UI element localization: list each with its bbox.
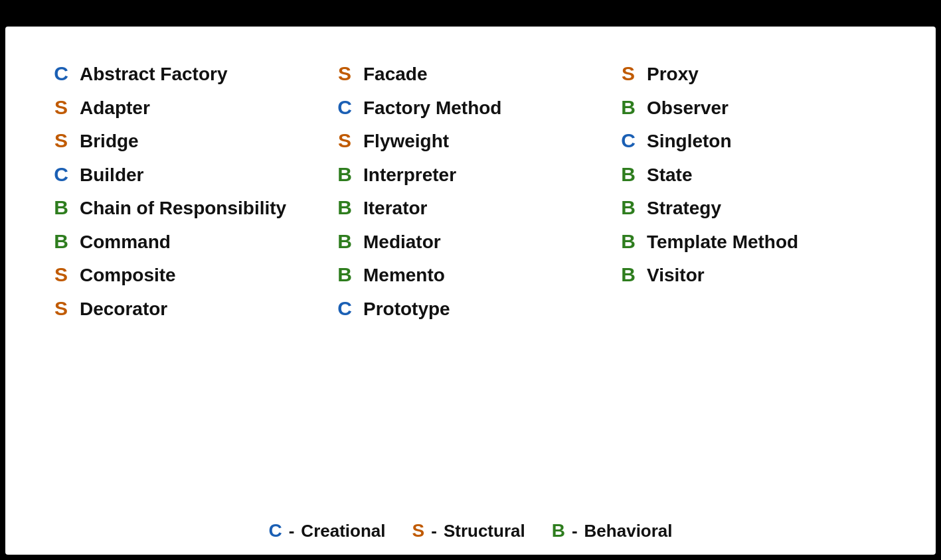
legend: C - CreationalS - StructuralB - Behavior… bbox=[268, 520, 672, 541]
list-item: CPrototype bbox=[335, 293, 606, 324]
legend-item-structural: S - Structural bbox=[412, 520, 525, 541]
pattern-type-badge: S bbox=[52, 259, 70, 291]
pattern-name: Builder bbox=[80, 161, 143, 189]
pattern-type-badge: C bbox=[52, 58, 70, 90]
list-item: SDecorator bbox=[52, 293, 322, 324]
list-item: SBridge bbox=[52, 125, 322, 157]
pattern-column-col1: CAbstract FactorySAdapterSBridgeCBuilder… bbox=[45, 58, 329, 508]
pattern-name: Iterator bbox=[363, 194, 427, 222]
list-item: BChain of Responsibility bbox=[52, 192, 322, 224]
list-item: BMediator bbox=[335, 226, 606, 257]
legend-letter: S bbox=[412, 520, 425, 541]
pattern-name: Flyweight bbox=[363, 127, 449, 155]
pattern-type-badge: S bbox=[52, 92, 70, 123]
list-item: BVisitor bbox=[619, 259, 889, 291]
list-item: SFacade bbox=[335, 58, 606, 90]
pattern-name: Facade bbox=[363, 60, 428, 88]
list-item: BInterpreter bbox=[335, 159, 606, 190]
pattern-type-badge: B bbox=[335, 192, 354, 224]
pattern-type-badge: B bbox=[619, 192, 638, 224]
list-item: BState bbox=[619, 159, 889, 190]
header bbox=[0, 0, 941, 27]
pattern-name: Command bbox=[80, 228, 171, 256]
list-item: SFlyweight bbox=[335, 125, 606, 157]
pattern-type-badge: B bbox=[335, 159, 354, 190]
pattern-name: Abstract Factory bbox=[80, 60, 228, 88]
pattern-type-badge: B bbox=[619, 259, 638, 291]
pattern-column-col2: SFacadeCFactory MethodSFlyweightBInterpr… bbox=[329, 58, 612, 508]
patterns-grid: CAbstract FactorySAdapterSBridgeCBuilder… bbox=[45, 58, 896, 508]
pattern-name: Strategy bbox=[647, 194, 721, 222]
pattern-name: Proxy bbox=[647, 60, 699, 88]
pattern-type-badge: S bbox=[335, 125, 354, 157]
legend-item-behavioral: B - Behavioral bbox=[552, 520, 673, 541]
pattern-name: Template Method bbox=[647, 228, 798, 256]
pattern-type-badge: B bbox=[52, 192, 70, 224]
pattern-name: Bridge bbox=[80, 127, 139, 155]
list-item: CFactory Method bbox=[335, 92, 606, 123]
legend-label: Behavioral bbox=[584, 521, 673, 541]
pattern-name: Adapter bbox=[80, 94, 150, 122]
legend-dash: - bbox=[289, 521, 295, 541]
pattern-type-badge: C bbox=[335, 293, 354, 324]
pattern-name: Observer bbox=[647, 94, 728, 122]
pattern-name: Mediator bbox=[363, 228, 441, 256]
pattern-type-badge: C bbox=[335, 92, 354, 123]
pattern-type-badge: S bbox=[619, 58, 638, 90]
legend-item-creational: C - Creational bbox=[268, 520, 385, 541]
legend-label: Structural bbox=[444, 521, 525, 541]
pattern-name: Singleton bbox=[647, 127, 732, 155]
list-item: BStrategy bbox=[619, 192, 889, 224]
pattern-type-badge: B bbox=[335, 226, 354, 257]
pattern-name: State bbox=[647, 161, 692, 189]
pattern-name: Decorator bbox=[80, 295, 167, 323]
pattern-type-badge: S bbox=[52, 293, 70, 324]
pattern-name: Interpreter bbox=[363, 161, 456, 189]
legend-dash: - bbox=[431, 521, 437, 541]
legend-letter: B bbox=[552, 520, 565, 541]
pattern-type-badge: S bbox=[52, 125, 70, 157]
pattern-column-col3: SProxyBObserverCSingletonBStateBStrategy… bbox=[612, 58, 896, 508]
list-item: SAdapter bbox=[52, 92, 322, 123]
pattern-name: Prototype bbox=[363, 295, 450, 323]
list-item: BTemplate Method bbox=[619, 226, 889, 257]
pattern-type-badge: S bbox=[335, 58, 354, 90]
pattern-name: Composite bbox=[80, 261, 176, 289]
pattern-name: Memento bbox=[363, 261, 445, 289]
list-item: CBuilder bbox=[52, 159, 322, 190]
pattern-name: Factory Method bbox=[363, 94, 501, 122]
legend-dash: - bbox=[572, 521, 578, 541]
list-item: SProxy bbox=[619, 58, 889, 90]
list-item: BMemento bbox=[335, 259, 606, 291]
pattern-type-badge: B bbox=[619, 226, 638, 257]
pattern-type-badge: B bbox=[619, 92, 638, 123]
pattern-type-badge: C bbox=[52, 159, 70, 190]
pattern-name: Chain of Responsibility bbox=[80, 194, 286, 222]
pattern-type-badge: B bbox=[619, 159, 638, 190]
pattern-type-badge: C bbox=[619, 125, 638, 157]
pattern-name: Visitor bbox=[647, 261, 705, 289]
list-item: CSingleton bbox=[619, 125, 889, 157]
pattern-type-badge: B bbox=[335, 259, 354, 291]
list-item: BCommand bbox=[52, 226, 322, 257]
legend-label: Creational bbox=[301, 521, 385, 541]
content-panel: CAbstract FactorySAdapterSBridgeCBuilder… bbox=[5, 27, 936, 555]
list-item: BObserver bbox=[619, 92, 889, 123]
legend-letter: C bbox=[268, 520, 282, 541]
pattern-type-badge: B bbox=[52, 226, 70, 257]
list-item: SComposite bbox=[52, 259, 322, 291]
list-item: BIterator bbox=[335, 192, 606, 224]
list-item: CAbstract Factory bbox=[52, 58, 322, 90]
